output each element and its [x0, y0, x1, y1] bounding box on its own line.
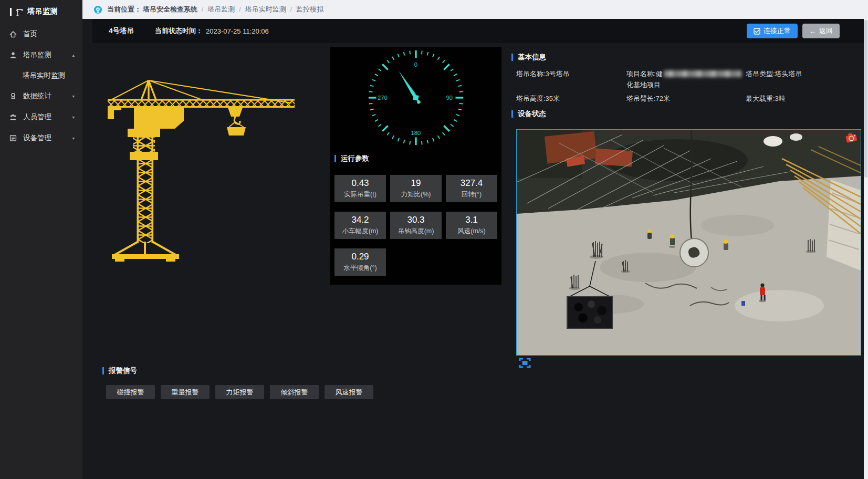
- arrow-left-icon: ←: [809, 27, 816, 35]
- breadcrumb-item-system[interactable]: 塔吊安全检查系统: [143, 5, 197, 14]
- compass-needle: [395, 69, 423, 106]
- back-button[interactable]: ← 返回: [802, 24, 840, 38]
- compass-label-180: 180: [411, 130, 421, 136]
- run-params-title: 运行参数: [334, 154, 369, 163]
- param-value: 34.2: [334, 214, 386, 226]
- info-crane-height: 塔吊高度:35米: [516, 93, 560, 104]
- breadcrumb-separator: /: [290, 6, 292, 13]
- breadcrumb-prefix: 当前位置：: [107, 5, 141, 14]
- param-value: 3.1: [446, 214, 497, 226]
- title-accent-bar: [511, 110, 513, 118]
- stats-icon: [9, 92, 17, 100]
- param-tile-tilt: 0.29 水平倾角(°): [334, 248, 386, 276]
- fullscreen-icon[interactable]: [519, 358, 531, 368]
- sidebar-item-label: 人员管理: [23, 112, 51, 122]
- param-label: 小车幅度(m): [334, 226, 386, 236]
- alarm-button-weight[interactable]: 重量报警: [161, 385, 210, 399]
- sidebar-item-home[interactable]: 首页: [0, 24, 82, 45]
- param-tile-hook-height: 30.3 吊钩高度(m): [390, 212, 442, 239]
- param-value: 327.4: [446, 178, 497, 189]
- sidebar-item-label: 塔吊监测: [23, 50, 51, 60]
- app-title: 塔吊监测: [27, 7, 58, 16]
- title-accent-bar: [334, 155, 336, 162]
- param-value: 0.29: [334, 251, 386, 263]
- gauge-panel: 0 90 180 270 运行参数 0.43 实际吊重(t) 19 力矩比(%)…: [330, 47, 501, 285]
- breadcrumb-separator: /: [239, 6, 240, 13]
- breadcrumb-separator: /: [202, 6, 203, 13]
- camera-alert-icon: [844, 131, 859, 144]
- breadcrumb: 当前位置： 塔吊安全检查系统 / 塔吊监测 / 塔吊实时监测 / 监控模拟: [82, 0, 864, 19]
- compass-label-90: 90: [446, 95, 453, 101]
- device-status-title: 设备状态: [511, 109, 546, 119]
- sidebar-item-label: 设备管理: [23, 133, 51, 143]
- chevron-down-icon: ▼: [71, 136, 76, 140]
- param-tile-trolley: 34.2 小车幅度(m): [334, 212, 386, 239]
- info-crane-type: 塔吊类型:塔头塔吊: [746, 68, 802, 79]
- crane-logo-icon: [15, 7, 24, 16]
- chevron-up-icon: ▲: [71, 53, 76, 57]
- param-label: 实际吊重(t): [334, 189, 386, 200]
- back-button-label: 返回: [819, 26, 833, 36]
- rotation-compass-gauge: 0 90 180 270: [364, 46, 467, 149]
- title-accent-bar: [102, 367, 104, 374]
- compass-label-270: 270: [378, 95, 388, 101]
- param-label: 力矩比(%): [390, 189, 442, 200]
- param-label: 风速(m/s): [446, 226, 497, 236]
- scrollbar[interactable]: [864, 0, 868, 479]
- scrollbar-thumb[interactable]: [864, 20, 867, 178]
- compass-label-0: 0: [414, 61, 417, 68]
- app-logo: 塔吊监测: [0, 0, 82, 24]
- camera-feed: [516, 129, 861, 356]
- alarm-button-moment[interactable]: 力矩报警: [215, 385, 264, 399]
- checkbox-checked-icon: [754, 28, 760, 35]
- info-project-name: 项目名称:健化基地项目: [626, 68, 747, 90]
- param-tile-moment: 19 力矩比(%): [390, 175, 442, 202]
- param-tile-wind: 3.1 风速(m/s): [446, 212, 497, 239]
- device-icon: [9, 134, 17, 142]
- logo-bar-icon: [10, 8, 12, 16]
- param-tile-load: 0.43 实际吊重(t): [334, 175, 386, 202]
- sidebar-item-personnel[interactable]: 人员管理 ▼: [0, 107, 82, 128]
- status-time-label: 当前状态时间：: [155, 26, 203, 36]
- tower-crane-illustration: [108, 79, 297, 262]
- param-label: 水平倾角(°): [334, 263, 386, 273]
- page-header: 4号塔吊 当前状态时间： 2023-07-25 11:20:06 连接正常 ← …: [92, 19, 864, 43]
- crane-name: 4号塔吊: [109, 26, 134, 36]
- user-icon: [9, 51, 17, 59]
- param-label: 吊钩高度(m): [390, 226, 442, 236]
- connect-status-button[interactable]: 连接正常: [747, 24, 798, 38]
- alarm-signal-title: 报警信号: [102, 366, 137, 376]
- info-max-load: 最大载重:3吨: [746, 93, 786, 104]
- sidebar-item-label: 塔吊实时监测: [23, 71, 65, 80]
- title-accent-bar: [511, 54, 513, 61]
- info-arm-length: 塔吊臂长:72米: [626, 93, 670, 104]
- connect-button-label: 连接正常: [764, 26, 791, 36]
- home-icon: [9, 30, 17, 38]
- sidebar-item-label: 首页: [23, 29, 37, 39]
- basic-info-title: 基本信息: [511, 53, 546, 62]
- alarm-button-wind[interactable]: 风速报警: [325, 385, 373, 399]
- info-crane-name: 塔吊名称:3号塔吊: [516, 68, 570, 79]
- alarm-button-tilt[interactable]: 倾斜报警: [270, 385, 319, 399]
- location-pin-icon: [93, 5, 102, 14]
- chevron-down-icon: ▼: [71, 94, 76, 98]
- alarm-button-row: 碰撞报警 重量报警 力矩报警 倾斜报警 风速报警: [106, 385, 373, 399]
- chevron-down-icon: ▼: [71, 115, 76, 119]
- breadcrumb-item-crane-monitor[interactable]: 塔吊监测: [207, 5, 235, 14]
- alarm-button-collision[interactable]: 碰撞报警: [106, 385, 155, 399]
- breadcrumb-item-simulation[interactable]: 监控模拟: [296, 5, 323, 14]
- breadcrumb-item-realtime[interactable]: 塔吊实时监测: [245, 5, 286, 14]
- param-value: 19: [390, 178, 442, 189]
- redacted-text: [664, 70, 741, 77]
- param-label: 回转(°): [446, 189, 497, 200]
- param-value: 30.3: [390, 214, 442, 226]
- param-value: 0.43: [334, 178, 386, 189]
- sidebar-item-realtime-monitor[interactable]: 塔吊实时监测: [0, 66, 82, 86]
- sidebar-item-crane-monitor[interactable]: 塔吊监测 ▲: [0, 45, 82, 66]
- people-icon: [9, 113, 17, 121]
- sidebar-item-equipment[interactable]: 设备管理 ▼: [0, 128, 82, 149]
- status-time-value: 2023-07-25 11:20:06: [206, 27, 269, 35]
- sidebar-item-data-stats[interactable]: 数据统计 ▼: [0, 86, 82, 107]
- param-tile-rotation: 327.4 回转(°): [446, 175, 497, 202]
- sidebar: 塔吊监测 首页 塔吊监测 ▲ 塔吊实时监测 数据统计 ▼ 人员管理 ▼: [0, 0, 82, 479]
